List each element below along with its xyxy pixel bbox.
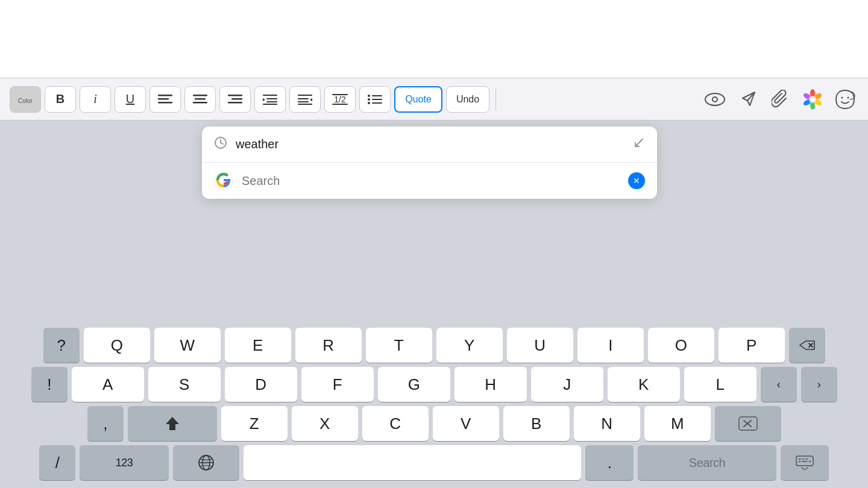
key-search[interactable]: Search [638, 445, 776, 480]
key-c[interactable]: C [362, 406, 429, 441]
align-left-button[interactable] [149, 86, 181, 113]
svg-rect-53 [796, 456, 813, 466]
svg-rect-14 [263, 104, 277, 105]
quote-label: Quote [405, 94, 432, 105]
send-icon[interactable] [734, 86, 761, 113]
line-spacing-icon: 1/2 [332, 93, 348, 106]
key-j[interactable]: J [531, 367, 603, 402]
svg-rect-11 [263, 95, 277, 96]
eye-icon[interactable] [702, 86, 728, 113]
key-globe[interactable] [173, 445, 239, 480]
key-numbers[interactable]: 123 [80, 445, 169, 480]
svg-rect-6 [195, 98, 206, 100]
align-center-button[interactable] [184, 86, 216, 113]
key-y[interactable]: Y [436, 328, 503, 363]
paperclip-svg [772, 90, 788, 109]
italic-button[interactable]: i [80, 86, 111, 113]
keyboard-row-1: ? Q W E R T Y U I O P [4, 328, 864, 363]
svg-rect-8 [228, 95, 242, 96]
svg-rect-10 [228, 102, 242, 104]
bullet-list-icon [368, 93, 382, 105]
emoji-icon[interactable] [832, 86, 858, 113]
search-history-row[interactable]: weather [202, 127, 657, 163]
italic-label: i [93, 92, 97, 106]
collapse-icon[interactable] [633, 137, 645, 152]
svg-rect-29 [372, 102, 382, 104]
svg-marker-15 [263, 98, 265, 101]
key-v[interactable]: V [433, 406, 499, 441]
key-arrow-right[interactable]: › [801, 367, 837, 402]
quote-button[interactable]: Quote [394, 86, 442, 113]
key-z[interactable]: Z [221, 406, 288, 441]
history-text: weather [236, 137, 624, 151]
indent-left-button[interactable] [289, 86, 321, 113]
clear-search-button[interactable]: ✕ [628, 172, 645, 189]
backspace-icon [799, 339, 816, 352]
align-right-button[interactable] [219, 86, 251, 113]
key-arrow-left[interactable]: ‹ [761, 367, 797, 402]
key-exclaim[interactable]: ! [31, 367, 68, 402]
svg-rect-17 [298, 98, 309, 99]
key-t[interactable]: T [366, 328, 432, 363]
underline-label: U [126, 92, 134, 106]
key-p[interactable]: P [719, 328, 785, 363]
svg-rect-18 [298, 101, 309, 102]
key-a[interactable]: A [72, 367, 144, 402]
virtual-keyboard: ? Q W E R T Y U I O P ! A S D [0, 323, 868, 488]
svg-rect-13 [266, 101, 277, 102]
key-k[interactable]: K [608, 367, 680, 402]
search-input[interactable] [242, 174, 620, 188]
key-h[interactable]: H [454, 367, 527, 402]
key-space[interactable] [244, 445, 581, 480]
bold-label: B [56, 92, 64, 106]
key-shift[interactable] [128, 406, 217, 441]
indent-right-button[interactable] [254, 86, 286, 113]
key-l[interactable]: L [684, 367, 756, 402]
key-n[interactable]: N [574, 406, 640, 441]
svg-rect-27 [372, 99, 382, 100]
key-q[interactable]: Q [84, 328, 150, 363]
key-period[interactable]: . [585, 445, 634, 480]
key-s[interactable]: S [148, 367, 221, 402]
key-b[interactable]: B [503, 406, 570, 441]
key-e[interactable]: E [225, 328, 291, 363]
bullet-list-button[interactable] [359, 86, 391, 113]
attachment-icon[interactable] [767, 86, 793, 113]
svg-point-26 [368, 98, 370, 101]
key-g[interactable]: G [378, 367, 450, 402]
main-content-area: weather ✕ [0, 120, 868, 488]
keyboard-row-4: / 123 . Search [4, 445, 864, 480]
bold-button[interactable]: B [45, 86, 76, 113]
key-question[interactable]: ? [43, 328, 80, 363]
key-keyboard-hide[interactable] [781, 445, 829, 480]
keyboard-row-3: , Z X C V B N M [4, 406, 864, 441]
photos-svg [802, 89, 823, 110]
key-d[interactable]: D [225, 367, 297, 402]
key-f[interactable]: F [301, 367, 374, 402]
svg-rect-22 [332, 104, 348, 105]
underline-button[interactable]: U [115, 86, 146, 113]
align-right-icon [228, 93, 242, 105]
toolbar-right-icons [702, 86, 858, 113]
key-w[interactable]: W [154, 328, 221, 363]
document-area [0, 0, 868, 78]
key-i[interactable]: I [577, 328, 644, 363]
key-slash[interactable]: / [39, 445, 75, 480]
key-u[interactable]: U [507, 328, 573, 363]
eye-svg [704, 92, 726, 107]
key-o[interactable]: O [648, 328, 714, 363]
key-x[interactable]: X [292, 406, 358, 441]
key-backspace[interactable] [789, 328, 825, 363]
key-m[interactable]: M [644, 406, 711, 441]
key-comma[interactable]: , [87, 406, 124, 441]
key-r[interactable]: R [295, 328, 362, 363]
align-left-icon [158, 93, 172, 105]
undo-button[interactable]: Undo [446, 86, 489, 113]
key-delete[interactable] [715, 406, 781, 441]
color-button[interactable]: Color [10, 86, 41, 113]
formatting-toolbar: Color B i U [0, 78, 868, 120]
photos-icon[interactable] [799, 86, 826, 113]
svg-rect-7 [193, 102, 207, 104]
delete-icon [738, 416, 758, 431]
line-spacing-button[interactable]: 1/2 [324, 86, 356, 113]
